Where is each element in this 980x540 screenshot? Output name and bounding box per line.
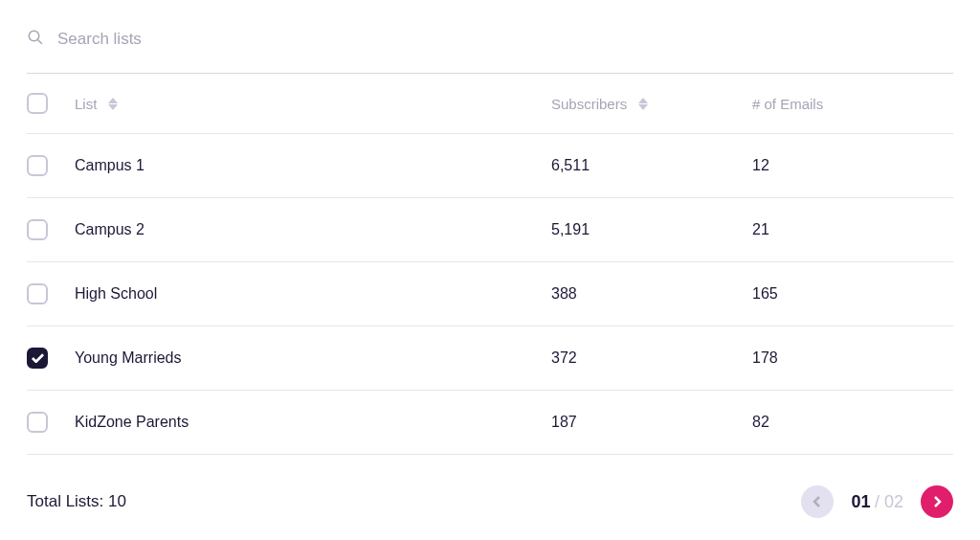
table-footer: Total Lists: 10 01 / 02 (27, 455, 953, 518)
row-checkbox-cell (27, 219, 75, 240)
row-list-name: Young Marrieds (75, 349, 181, 367)
row-subscribers-cell: 388 (551, 285, 752, 303)
row-list-cell: High School (75, 285, 551, 303)
row-subscribers-value: 388 (551, 285, 577, 303)
row-emails-cell: 178 (752, 349, 953, 367)
sort-icon (638, 98, 648, 110)
row-checkbox[interactable] (27, 283, 48, 304)
row-checkbox-cell (27, 283, 75, 304)
row-emails-value: 12 (752, 157, 769, 174)
row-emails-cell: 82 (752, 414, 953, 431)
table-row[interactable]: KidZone Parents18782 (27, 391, 953, 455)
row-list-cell: Campus 1 (75, 157, 551, 174)
row-subscribers-cell: 372 (551, 349, 752, 367)
pagination: 01 / 02 (801, 485, 953, 518)
check-icon (32, 353, 44, 363)
row-list-cell: Campus 2 (75, 221, 551, 238)
header-emails-label: # of Emails (752, 96, 823, 112)
row-checkbox-cell (27, 155, 75, 176)
table-row[interactable]: High School388165 (27, 262, 953, 326)
row-emails-cell: 12 (752, 157, 953, 174)
svg-marker-5 (638, 104, 648, 110)
page-prev-button[interactable] (801, 485, 834, 518)
row-checkbox[interactable] (27, 412, 48, 433)
table-header-row: List Subscribers # of Emails (27, 74, 953, 134)
row-subscribers-value: 5,191 (551, 221, 590, 238)
svg-line-1 (37, 39, 42, 44)
svg-point-0 (29, 31, 39, 41)
header-select-all (27, 93, 75, 114)
page-next-button[interactable] (921, 485, 953, 518)
row-list-name: KidZone Parents (75, 414, 189, 431)
row-subscribers-value: 6,511 (551, 157, 590, 174)
row-emails-cell: 21 (752, 221, 953, 238)
row-checkbox[interactable] (27, 219, 48, 240)
row-checkbox[interactable] (27, 155, 48, 176)
table-row[interactable]: Young Marrieds372178 (27, 326, 953, 391)
row-subscribers-value: 372 (551, 349, 577, 367)
chevron-right-icon (932, 496, 942, 507)
select-all-checkbox[interactable] (27, 93, 48, 114)
search-icon (27, 29, 44, 50)
lists-table: List Subscribers # of Emails Campus 16,5… (27, 74, 953, 455)
row-emails-value: 82 (752, 414, 769, 431)
header-subscribers-label: Subscribers (551, 96, 627, 112)
search-row (27, 29, 953, 74)
header-subscribers[interactable]: Subscribers (551, 96, 752, 112)
sort-icon (108, 98, 118, 110)
row-checkbox-cell (27, 412, 75, 433)
svg-marker-4 (638, 98, 648, 103)
row-list-cell: Young Marrieds (75, 349, 551, 367)
page-indicator: 01 / 02 (851, 492, 903, 512)
total-lists-label: Total Lists: 10 (27, 492, 126, 511)
row-list-cell: KidZone Parents (75, 414, 551, 431)
svg-marker-3 (108, 104, 118, 110)
row-subscribers-cell: 5,191 (551, 221, 752, 238)
header-list-label: List (75, 96, 97, 112)
row-emails-value: 165 (752, 285, 778, 303)
svg-marker-2 (108, 98, 118, 103)
page-separator: / (875, 492, 884, 511)
header-list[interactable]: List (75, 96, 551, 112)
table-row[interactable]: Campus 25,19121 (27, 198, 953, 262)
current-page: 01 (851, 492, 870, 511)
row-subscribers-cell: 6,511 (551, 157, 752, 174)
search-input[interactable] (57, 30, 953, 49)
total-pages: 02 (884, 492, 903, 511)
row-subscribers-cell: 187 (551, 414, 752, 431)
row-emails-value: 21 (752, 221, 769, 238)
row-emails-value: 178 (752, 349, 778, 367)
row-checkbox-cell (27, 348, 75, 369)
chevron-left-icon (813, 496, 822, 507)
row-list-name: High School (75, 285, 157, 303)
header-emails[interactable]: # of Emails (752, 96, 953, 112)
row-subscribers-value: 187 (551, 414, 577, 431)
row-emails-cell: 165 (752, 285, 953, 303)
table-row[interactable]: Campus 16,51112 (27, 134, 953, 198)
row-checkbox[interactable] (27, 348, 48, 369)
row-list-name: Campus 1 (75, 157, 145, 174)
row-list-name: Campus 2 (75, 221, 145, 238)
